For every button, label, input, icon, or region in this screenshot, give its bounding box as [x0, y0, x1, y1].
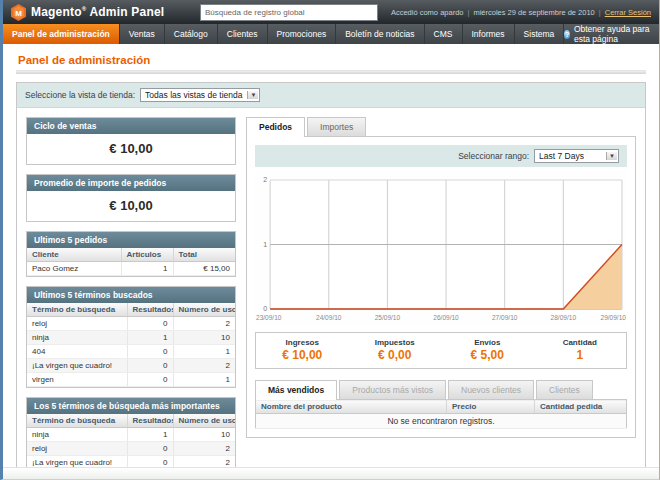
table-cell: € 15,00 [173, 262, 235, 276]
table-cell: reloj [27, 317, 127, 331]
stat-cantidad: Cantidad 1 [534, 338, 627, 362]
sales-cycle-title: Ciclo de ventas [27, 118, 235, 134]
chevron-down-icon: ▼ [247, 91, 258, 99]
table-cell: 1 [121, 262, 173, 276]
store-view-bar: Seleccione la vista de tienda: Todas las… [17, 83, 645, 108]
content-area: Panel de administración Seleccione la vi… [3, 44, 659, 480]
table-cell: 0 [127, 345, 173, 359]
last-orders-table: Cliente Artículos Total Paco Gomez1€ 15,… [27, 248, 235, 276]
nav-item-sistema[interactable]: Sistema [515, 24, 565, 44]
chevron-down-icon: ▼ [606, 152, 617, 160]
stat-envios: Envíos € 5,00 [441, 338, 534, 362]
magento-logo-icon: M [11, 4, 26, 21]
table-cell: 2 [173, 442, 235, 456]
help-label: Obtener ayuda para esta página [574, 24, 650, 44]
tab-pedidos[interactable]: Pedidos [246, 117, 305, 137]
stat-label: Cantidad [534, 338, 627, 347]
header-user-info: Accedió como apardo | miércoles 29 de se… [383, 8, 651, 17]
dashboard-container: Seleccione la vista de tienda: Todas las… [16, 82, 646, 480]
stat-label: Ingresos [256, 338, 349, 347]
stat-ingresos: Ingresos € 10,00 [256, 338, 349, 362]
column-header: Cantidad pedida [535, 400, 627, 414]
table-cell: 10 [173, 428, 235, 442]
stat-value: € 10,00 [256, 348, 349, 362]
table-cell: Paco Gomez [27, 262, 121, 276]
table-row: ¡La virgen que cuadro!02 [27, 359, 235, 373]
column-header: Resultados [127, 414, 173, 428]
sales-cycle-panel: Ciclo de ventas € 10,00 [26, 117, 236, 165]
nav-item-dashboard[interactable]: Panel de administración [3, 24, 120, 44]
table-header-row: Término de búsqueda Resultados Número de… [27, 303, 235, 317]
table-cell: 404 [27, 345, 127, 359]
nav-item-clientes[interactable]: Clientes [218, 24, 268, 44]
nav-item-cms[interactable]: CMS [425, 24, 463, 44]
avg-order-title: Promedio de importe de pedidos [27, 175, 235, 191]
tab-importes[interactable]: Importes [307, 117, 366, 136]
table-cell: reloj [27, 442, 127, 456]
table-cell: 0 [127, 317, 173, 331]
svg-text:27/09/10: 27/09/10 [492, 314, 518, 321]
svg-text:1: 1 [263, 241, 267, 248]
range-label: Seleccionar rango: [458, 151, 529, 161]
table-cell: 1 [173, 373, 235, 387]
svg-text:M: M [15, 8, 22, 17]
tab-nuevos-clientes[interactable]: Nuevos clientes [448, 380, 534, 399]
help-link[interactable]: ? Obtener ayuda para esta página [564, 24, 659, 44]
table-cell: 1 [127, 428, 173, 442]
svg-text:24/09/10: 24/09/10 [316, 314, 342, 321]
column-header: Resultados [127, 303, 173, 317]
column-header: Número de usos [173, 414, 235, 428]
nav-item-promociones[interactable]: Promociones [268, 24, 337, 44]
tab-clientes[interactable]: Clientes [536, 380, 593, 399]
table-row: ninja110 [27, 428, 235, 442]
column-header: Cliente [27, 248, 121, 262]
orders-chart-svg: 01223/09/1024/09/1025/09/1026/09/1027/09… [255, 172, 627, 322]
range-select[interactable]: Last 7 Days ▼ [534, 149, 619, 163]
svg-text:25/09/10: 25/09/10 [375, 314, 401, 321]
logged-in-text: Accedió como apardo [391, 8, 464, 17]
tab-productos-mas-vistos[interactable]: Productos más vistos [339, 380, 446, 399]
table-row: Paco Gomez1€ 15,00 [27, 262, 235, 276]
svg-text:0: 0 [263, 306, 267, 313]
top-search-title: Los 5 términos de búsqueda más important… [27, 398, 235, 414]
nav-item-ventas[interactable]: Ventas [120, 24, 165, 44]
title-divider [16, 70, 646, 74]
table-cell: 10 [173, 331, 235, 345]
svg-text:29/09/10: 29/09/10 [601, 314, 627, 321]
svg-text:26/09/10: 26/09/10 [433, 314, 459, 321]
totals-bar: Ingresos € 10,00 Impuestos € 0,00 Envíos… [255, 332, 627, 369]
nav-item-catalogo[interactable]: Catálogo [165, 24, 218, 44]
last-search-table: Término de búsqueda Resultados Número de… [27, 303, 235, 387]
stat-impuestos: Impuestos € 0,00 [349, 338, 442, 362]
table-header-row: Nombre del producto Precio Cantidad pedi… [256, 400, 627, 414]
logout-link[interactable]: Cerrar Sesión [605, 8, 651, 17]
svg-text:28/09/10: 28/09/10 [551, 314, 577, 321]
page-title: Panel de administración [18, 54, 644, 66]
column-header: Número de usos [173, 303, 235, 317]
table-row: reloj02 [27, 442, 235, 456]
table-row: virgen01 [27, 373, 235, 387]
chart-panel: Seleccionar rango: Last 7 Days ▼ 01223/0… [246, 136, 636, 438]
last-search-title: Ultimos 5 términos buscados [27, 287, 235, 303]
table-cell: ninja [27, 428, 127, 442]
nav-item-informes[interactable]: Informes [463, 24, 515, 44]
table-cell: ¡La virgen que cuadro! [27, 359, 127, 373]
column-header: Término de búsqueda [27, 303, 127, 317]
global-search-input[interactable] [200, 4, 378, 21]
chart-tabs: Pedidos Importes [246, 117, 636, 136]
empty-row: No se encontraron registros. [256, 414, 627, 429]
separator: | [467, 8, 469, 17]
separator: | [599, 8, 601, 17]
store-view-select[interactable]: Todas las vistas de tienda ▼ [140, 88, 260, 102]
table-row: ninja110 [27, 331, 235, 345]
avg-order-panel: Promedio de importe de pedidos € 10,00 [26, 174, 236, 222]
stat-label: Impuestos [349, 338, 442, 347]
last-orders-panel: Ultimos 5 pedidos Cliente Artículos Tota… [26, 231, 236, 277]
tab-mas-vendidos[interactable]: Más vendidos [255, 380, 337, 400]
table-cell: 2 [173, 359, 235, 373]
window-footer [3, 467, 659, 479]
app-header: M Magento® Admin Panel Accedió como apar… [3, 0, 659, 24]
stat-value: € 5,00 [441, 348, 534, 362]
nav-item-boletin[interactable]: Boletín de noticias [336, 24, 424, 44]
sales-cycle-value: € 10,00 [27, 134, 235, 164]
